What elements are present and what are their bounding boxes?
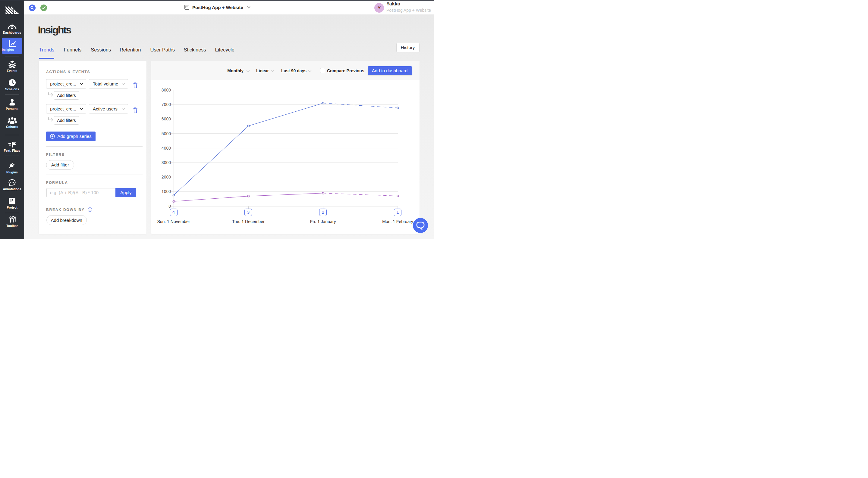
svg-text:2000: 2000 xyxy=(161,175,170,179)
svg-text:7000: 7000 xyxy=(161,102,170,107)
svg-text:1000: 1000 xyxy=(161,189,170,194)
svg-text:3000: 3000 xyxy=(161,160,170,165)
svg-text:5000: 5000 xyxy=(161,131,170,136)
svg-text:0: 0 xyxy=(168,203,171,208)
svg-text:8000: 8000 xyxy=(161,88,170,93)
svg-text:6000: 6000 xyxy=(161,116,170,121)
svg-text:4000: 4000 xyxy=(161,145,170,150)
